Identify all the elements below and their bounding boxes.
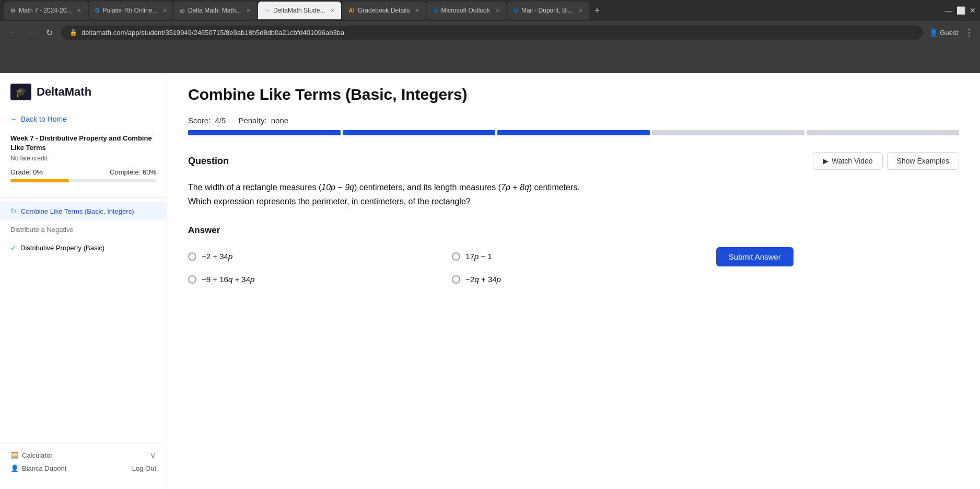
tab-close-4[interactable]: ✕ <box>330 7 335 14</box>
logout-button[interactable]: Log Out <box>132 464 156 472</box>
score-row: Score: 4/5 Penalty: none <box>188 116 959 125</box>
calculator-row: 🧮 Calculator ∨ <box>10 450 156 460</box>
tab-mail[interactable]: M Mail - Dupont, Bi... ✕ <box>507 2 589 19</box>
radio-b[interactable] <box>452 252 460 261</box>
back-to-home-link[interactable]: ← Back to Home <box>0 113 167 134</box>
checkmark-icon: ✓ <box>10 244 16 252</box>
submit-answer-button[interactable]: Submit Answer <box>716 247 794 266</box>
tab-close-5[interactable]: ✕ <box>415 7 419 14</box>
back-button[interactable]: ← <box>6 26 19 39</box>
main-content: Combine Like Terms (Basic, Integers) Sco… <box>167 73 980 489</box>
tab-label-7: Mail - Dupont, Bi... <box>521 7 573 14</box>
forward-button[interactable]: → <box>25 26 38 39</box>
tab-close-2[interactable]: ✕ <box>162 7 167 14</box>
sidebar-bottom: 🧮 Calculator ∨ 👤 Bianca Dupont Log Out <box>0 444 167 479</box>
window-minimize[interactable]: — <box>945 6 952 15</box>
new-tab-button[interactable]: + <box>590 5 604 16</box>
assignment-item-distribute-negative[interactable]: Distribute a Negative <box>0 220 167 239</box>
tab-label-2: Pulatie 7th Online... <box>103 7 158 14</box>
assignment-item-distributive[interactable]: ✓ Distributive Property (Basic) <box>0 239 167 257</box>
window-maximize[interactable]: ⬜ <box>956 6 965 15</box>
browser-menu-button[interactable]: ⋮ <box>964 27 974 38</box>
no-late-credit: No late credit <box>0 155 167 162</box>
score-value: 4/5 <box>215 116 226 125</box>
progress-seg-1 <box>188 130 341 135</box>
profile-button[interactable]: 👤 Guest <box>929 29 958 37</box>
tab-label-6: Microsoft Outlook <box>441 7 489 14</box>
calculator-label: Calculator <box>22 451 53 459</box>
answer-section: Answer −2 + 34p 17p − 1 Submit Answer <box>188 225 959 284</box>
url-bar[interactable]: 🔒 deltamath.com/app/student/3519949/2465… <box>61 26 923 40</box>
calculator-icon: 🧮 <box>10 451 19 459</box>
option-a-text: −2 + 34p <box>202 252 232 261</box>
sidebar: 🎓 DeltaMath ← Back to Home Week 7 - Dist… <box>0 73 167 489</box>
progress-bar <box>188 130 959 135</box>
answer-option-d[interactable]: −9 + 16q + 34p <box>188 275 431 284</box>
tab-icon-3: ◎ <box>180 7 185 14</box>
tab-math7[interactable]: ⚙ Math 7 - 2024-20... ✕ <box>4 2 88 19</box>
answer-options: −2 + 34p 17p − 1 Submit Answer −9 + 16q … <box>188 246 959 284</box>
radio-e[interactable] <box>452 275 460 284</box>
user-name: Bianca Dupont <box>22 464 66 472</box>
window-close[interactable]: ✕ <box>970 6 976 15</box>
user-icon: 👤 <box>10 464 19 472</box>
tab-close-7[interactable]: ✕ <box>578 7 583 14</box>
back-arrow-icon: ← <box>10 115 18 123</box>
chevron-down-icon[interactable]: ∨ <box>150 450 156 460</box>
user-row: 👤 Bianca Dupont Log Out <box>10 464 156 472</box>
complete-label: Complete: 60% <box>110 168 156 176</box>
logo-icon: 🎓 <box>10 84 31 100</box>
grade-fill <box>10 179 69 182</box>
option-b-text: 17p − 1 <box>465 252 492 261</box>
show-examples-button[interactable]: Show Examples <box>887 152 959 170</box>
option-e-text: −2q + 34p <box>465 275 501 284</box>
divider-1 <box>0 197 167 197</box>
answer-option-e[interactable]: −2q + 34p <box>452 275 695 284</box>
progress-seg-2 <box>343 130 495 135</box>
tab-icon-1: ⚙ <box>10 7 16 14</box>
tab-pulatie[interactable]: G Pulatie 7th Online... ✕ <box>89 2 172 19</box>
tab-icon-7: M <box>514 7 518 14</box>
radio-d[interactable] <box>188 275 196 284</box>
radio-a[interactable] <box>188 252 196 261</box>
play-circle-icon: ▶ <box>823 157 829 165</box>
score-text: Score: 4/5 <box>188 116 226 125</box>
answer-option-a[interactable]: −2 + 34p <box>188 246 431 266</box>
penalty-value: none <box>271 116 288 125</box>
answer-option-b[interactable]: 17p − 1 <box>452 246 695 266</box>
penalty-text: Penalty: none <box>238 116 288 125</box>
watch-video-label: Watch Video <box>832 157 873 165</box>
progress-seg-5 <box>807 130 959 135</box>
assignment-item-label-3: Distributive Property (Basic) <box>20 244 104 252</box>
reload-button[interactable]: ↻ <box>44 26 55 40</box>
assignment-item-label-1: Combine Like Terms (Basic, Integers) <box>21 207 134 215</box>
tab-close-1[interactable]: ✕ <box>77 7 81 14</box>
tab-close-3[interactable]: ✕ <box>246 7 251 14</box>
penalty-label: Penalty: <box>238 116 266 125</box>
tab-icon-5: A! <box>348 7 355 14</box>
page-title: Combine Like Terms (Basic, Integers) <box>188 86 959 103</box>
grade-row: Grade: 0% Complete: 60% <box>0 168 167 176</box>
tab-gradebook[interactable]: A! Gradebook Details ✕ <box>342 2 426 19</box>
show-examples-label: Show Examples <box>897 157 949 165</box>
browser-chrome: ⚙ Math 7 - 2024-20... ✕ G Pulatie 7th On… <box>0 0 980 73</box>
watch-video-button[interactable]: ▶ Watch Video <box>813 152 883 170</box>
tab-outlook[interactable]: ⊞ Microsoft Outlook ✕ <box>427 2 506 19</box>
assignment-title: Week 7 - Distributive Property and Combi… <box>0 134 167 153</box>
tab-close-6[interactable]: ✕ <box>495 7 500 14</box>
tab-deltamath-student[interactable]: → DeltaMath Stude... ✕ <box>258 2 341 19</box>
score-label: Score: <box>188 116 211 125</box>
calculator-link[interactable]: 🧮 Calculator <box>10 451 53 459</box>
grade-bar <box>10 179 156 182</box>
question-header: Question ▶ Watch Video Show Examples <box>188 152 959 170</box>
tab-label-5: Gradebook Details <box>358 7 410 14</box>
ssl-lock-icon: 🔒 <box>69 29 77 36</box>
question-text: The width of a rectangle measures (10p −… <box>188 180 596 208</box>
grade-label: Grade: 0% <box>10 168 43 176</box>
progress-seg-4 <box>652 130 804 135</box>
tab-deltamath-math[interactable]: ◎ Delta Math: Math... ✕ <box>173 2 257 19</box>
assignment-item-combine[interactable]: ↻ Combine Like Terms (Basic, Integers) <box>0 202 167 220</box>
tab-label-1: Math 7 - 2024-20... <box>19 7 72 14</box>
logo-text: DeltaMath <box>37 85 91 99</box>
option-d-text: −9 + 16q + 34p <box>202 275 254 284</box>
